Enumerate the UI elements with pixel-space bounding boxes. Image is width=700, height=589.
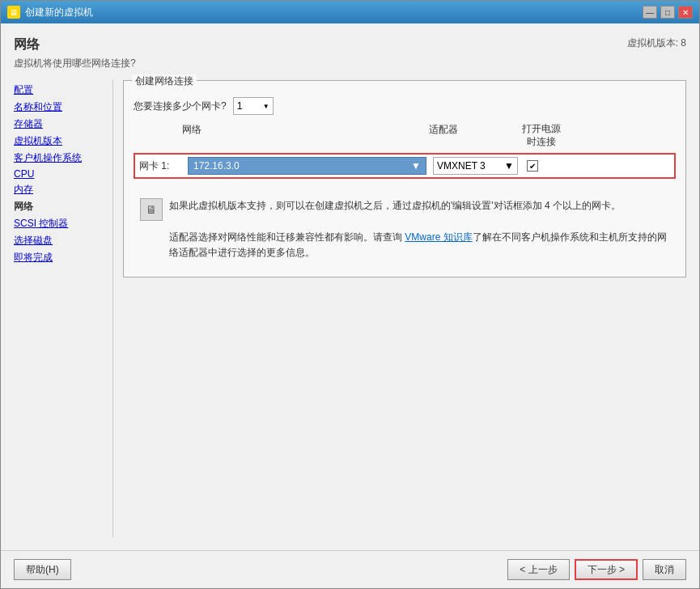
sidebar-item-vm-version[interactable]: 虚拟机版本 xyxy=(14,134,103,148)
column-headers: 网络 适配器 打开电源 时连接 xyxy=(134,123,676,148)
cancel-button[interactable]: 取消 xyxy=(643,559,686,580)
sidebar: 配置 名称和位置 存储器 虚拟机版本 客户机操作系统 CPU 内存 网络 SCS… xyxy=(14,80,103,537)
sidebar-item-guest-os[interactable]: 客户机操作系统 xyxy=(14,151,103,165)
nic-count-arrow-icon: ▼ xyxy=(263,103,269,110)
info-box: 🖥 如果此虚拟机版本支持，则可以在创建虚拟机之后，通过虚拟机的'编辑设置'对话框… xyxy=(134,192,676,267)
close-button[interactable]: ✕ xyxy=(678,6,693,19)
network-group-box: 创建网络连接 您要连接多少个网卡? 1 ▼ 网络 xyxy=(123,80,686,278)
info-icon: 🖥 xyxy=(140,198,163,221)
next-button[interactable]: 下一步 > xyxy=(575,559,638,580)
footer-left: 帮助(H) xyxy=(14,559,71,580)
nic-1-adapter-select[interactable]: VMXNET 3 ▼ xyxy=(433,157,518,175)
sidebar-item-network: 网络 xyxy=(14,200,103,214)
header-left: 网络 虚拟机将使用哪些网络连接? xyxy=(14,36,136,70)
group-box-title: 创建网络连接 xyxy=(132,74,197,88)
title-bar-controls: — □ ✕ xyxy=(643,6,693,19)
sidebar-divider xyxy=(112,80,113,537)
nic-1-network-select[interactable]: 172.16.3.0 ▼ xyxy=(188,157,426,175)
sidebar-item-config[interactable]: 配置 xyxy=(14,83,103,97)
vmware-kb-link[interactable]: VMware 知识库 xyxy=(405,231,472,243)
window-icon: 🖥 xyxy=(7,6,20,19)
footer: 帮助(H) < 上一步 下一步 > 取消 xyxy=(1,550,699,588)
sidebar-item-name-location[interactable]: 名称和位置 xyxy=(14,100,103,114)
nic-1-connect-checkbox[interactable]: ✔ xyxy=(527,160,538,172)
main-area: 配置 名称和位置 存储器 虚拟机版本 客户机操作系统 CPU 内存 网络 SCS… xyxy=(14,80,686,537)
title-bar: 🖥 创建新的虚拟机 — □ ✕ xyxy=(1,1,699,23)
info-text-2: 适配器选择对网络性能和迁移兼容性都有影响。请查询 VMware 知识库了解在不同… xyxy=(169,230,669,261)
group-inner: 您要连接多少个网卡? 1 ▼ 网络 适配器 打开电源 xyxy=(134,91,676,267)
sidebar-item-finish[interactable]: 即将完成 xyxy=(14,251,103,265)
content-area: 网络 虚拟机将使用哪些网络连接? 虚拟机版本: 8 配置 名称和位置 存储器 虚… xyxy=(1,23,699,550)
help-button[interactable]: 帮助(H) xyxy=(14,559,71,580)
window-title: 创建新的虚拟机 xyxy=(25,6,643,19)
nic-count-row: 您要连接多少个网卡? 1 ▼ xyxy=(134,97,676,115)
nic-1-connect-checkbox-area: ✔ xyxy=(524,160,541,172)
prev-button[interactable]: < 上一步 xyxy=(507,559,569,580)
info-text-1: 如果此虚拟机版本支持，则可以在创建虚拟机之后，通过虚拟机的'编辑设置'对话框添加… xyxy=(169,198,669,214)
sidebar-item-storage[interactable]: 存储器 xyxy=(14,117,103,131)
col-header-connect: 打开电源 时连接 xyxy=(522,123,561,148)
info-text: 如果此虚拟机版本支持，则可以在创建虚拟机之后，通过虚拟机的'编辑设置'对话框添加… xyxy=(169,198,669,261)
sidebar-item-select-disk[interactable]: 选择磁盘 xyxy=(14,234,103,248)
page-header: 网络 虚拟机将使用哪些网络连接? 虚拟机版本: 8 xyxy=(14,36,686,70)
nic-network-dropdown-icon: ▼ xyxy=(411,160,421,172)
footer-right: < 上一步 下一步 > 取消 xyxy=(507,559,686,580)
maximize-button[interactable]: □ xyxy=(660,6,675,19)
nic-adapter-dropdown-icon: ▼ xyxy=(504,160,514,172)
minimize-button[interactable]: — xyxy=(643,6,657,19)
sidebar-item-cpu[interactable]: CPU xyxy=(14,168,103,180)
version-label: 虚拟机版本: 8 xyxy=(627,36,686,70)
right-panel: 创建网络连接 您要连接多少个网卡? 1 ▼ 网络 xyxy=(123,80,686,537)
nic-row-1: 网卡 1: 172.16.3.0 ▼ VMXNET 3 ▼ ✔ xyxy=(134,153,676,179)
sidebar-item-scsi[interactable]: SCSI 控制器 xyxy=(14,217,103,231)
main-window: 🖥 创建新的虚拟机 — □ ✕ 网络 虚拟机将使用哪些网络连接? 虚拟机版本: … xyxy=(0,0,700,589)
page-subtitle: 虚拟机将使用哪些网络连接? xyxy=(14,57,136,70)
nic-count-select[interactable]: 1 ▼ xyxy=(233,97,274,115)
col-header-network: 网络 xyxy=(182,123,429,148)
sidebar-item-memory[interactable]: 内存 xyxy=(14,183,103,197)
col-header-adapter: 适配器 xyxy=(429,123,522,148)
nic-1-label: 网卡 1: xyxy=(139,159,181,173)
nic-count-label: 您要连接多少个网卡? xyxy=(134,100,227,113)
page-title: 网络 xyxy=(14,36,136,53)
